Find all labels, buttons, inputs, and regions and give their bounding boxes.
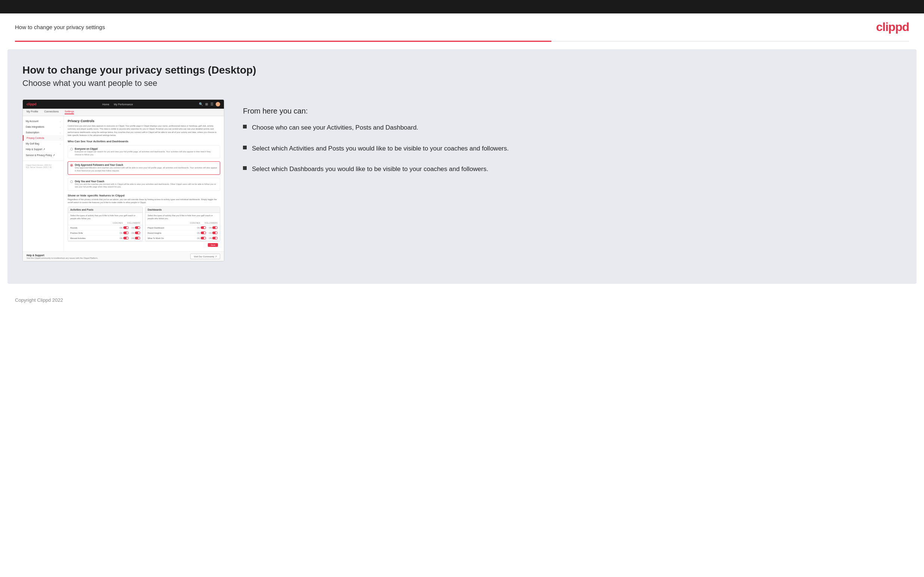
round-insights-followers-toggle: ON: [209, 232, 218, 234]
avatar-icon: [216, 102, 220, 106]
sidebar-subscription: Subscription ›: [23, 130, 63, 135]
bullet-item-2: Select which Activities and Posts you wo…: [243, 144, 901, 153]
rounds-followers-toggle: ON: [132, 226, 141, 229]
mockup-section-title: Privacy Controls: [68, 119, 220, 123]
radio-dot-followers-coach: [70, 164, 73, 166]
activities-posts-header: Activities and Posts: [68, 207, 142, 213]
top-bar: [0, 0, 924, 13]
activities-posts-desc: Select the types of activity that you'd …: [68, 213, 142, 221]
radio-dot-everyone: [70, 148, 73, 150]
sidebar-help-support: Help & Support ↗: [23, 147, 63, 152]
activities-posts-col: Activities and Posts Select the types of…: [68, 206, 143, 242]
chevron-icon: ›: [60, 120, 61, 122]
round-insights-coaches-toggle: ON: [197, 232, 206, 234]
drills-coaches-toggle: ON: [120, 232, 129, 234]
dashboards-subheader: COACHES FOLLOWERS: [145, 221, 220, 225]
info-col: From here you can: Choose who can see yo…: [243, 99, 901, 185]
bullet-item-1: Choose who can see your Activities, Post…: [243, 123, 901, 132]
logo: clippd: [876, 20, 909, 34]
manual-coaches-toggle: ON: [120, 237, 129, 239]
chevron-icon: ›: [60, 126, 61, 128]
page-heading: How to change your privacy settings (Des…: [23, 64, 901, 76]
sidebar-version: Clippd Client Version: 2022.8.2SQL Serve…: [23, 161, 63, 170]
header-title: How to change your privacy settings: [15, 24, 105, 30]
mockup-content-area: Privacy Controls Control how you and you…: [64, 116, 224, 251]
header-divider: [15, 41, 909, 42]
dashboards-desc: Select the types of activity that you'd …: [145, 213, 220, 221]
sidebar-service-privacy: Service & Privacy Policy ↗: [23, 152, 63, 158]
work-on-coaches-toggle: ON: [197, 237, 206, 239]
chevron-icon: ›: [60, 137, 61, 139]
bullet-square-1: [243, 125, 247, 129]
mockup-radio-followers-coach: Only Approved Followers and Your Coach O…: [68, 161, 220, 174]
chevron-icon: ›: [60, 143, 61, 145]
bullet-text-2: Select which Activities and Posts you wo…: [252, 144, 509, 153]
bullet-item-3: Select which Dashboards you would like t…: [243, 164, 901, 174]
mockup-subnav: My Profile Connections Settings: [23, 109, 224, 116]
bullet-text-1: Choose who can see your Activities, Post…: [252, 123, 418, 132]
row-what-to-work-on: What To Work On ON ON: [145, 236, 220, 241]
subnav-connections: Connections: [44, 110, 59, 114]
row-round-insights: Round Insights ON ON: [145, 230, 220, 236]
rounds-coaches-toggle: ON: [120, 226, 129, 229]
mockup-toggle-grid: Activities and Posts Select the types of…: [68, 206, 220, 242]
dashboards-col: Dashboards Select the types of activity …: [145, 206, 220, 242]
screenshot-col: clippd Home My Performance 🔍 ⊞ ☰ My Prof…: [23, 99, 224, 261]
bullet-square-3: [243, 166, 247, 170]
subnav-settings: Settings: [65, 110, 74, 114]
sidebar-my-golf-bag: My Golf Bag ›: [23, 141, 63, 147]
page-subheading: Choose what you want people to see: [23, 79, 901, 88]
dashboards-header: Dashboards: [145, 207, 220, 213]
mockup-save-bar: Save: [68, 241, 220, 248]
work-on-followers-toggle: ON: [209, 237, 218, 239]
mockup-nav-items: Home My Performance: [102, 103, 133, 106]
search-icon: 🔍: [199, 102, 203, 106]
mockup-body: My Account › Data Integrations › Subscri…: [23, 116, 224, 251]
header: How to change your privacy settings clip…: [0, 13, 924, 41]
mockup-nav-home: Home: [102, 103, 110, 106]
mockup-show-hide-desc: Regardless of the privacy controls that …: [68, 198, 220, 204]
sidebar-data-integrations: Data Integrations ›: [23, 124, 63, 130]
mockup-section-desc: Control how you and your data appears to…: [68, 124, 220, 137]
radio-dot-you-coach: [70, 181, 73, 183]
copyright: Copyright Clippd 2022: [15, 297, 63, 303]
mockup-nav-icons: 🔍 ⊞ ☰: [199, 102, 220, 106]
mockup-help-bar: Help & Support Visit the Clippd communit…: [23, 251, 224, 261]
player-dash-followers-toggle: ON: [209, 226, 218, 229]
row-practice-drills: Practice Drills ON ON: [68, 230, 142, 236]
mockup-radio-only-you-coach: Only You and Your Coach Only you and the…: [68, 178, 220, 191]
subnav-profile: My Profile: [27, 110, 38, 114]
mockup-help-desc: Visit the Clippd community to troublesho…: [27, 257, 98, 259]
drills-followers-toggle: ON: [132, 232, 141, 234]
sidebar-privacy-controls: Privacy Controls ›: [23, 135, 63, 141]
chevron-icon: ›: [60, 131, 61, 134]
mockup-help-title: Help & Support: [27, 254, 98, 256]
bullet-list: Choose who can see your Activities, Post…: [243, 123, 901, 174]
mockup-logo: clippd: [27, 102, 37, 106]
mockup: clippd Home My Performance 🔍 ⊞ ☰ My Prof…: [23, 99, 224, 261]
mockup-visit-community-button[interactable]: Visit Our Community ↗: [190, 253, 220, 259]
from-here-label: From here you can:: [243, 107, 901, 115]
menu-icon: ☰: [210, 102, 213, 106]
grid-icon: ⊞: [205, 102, 208, 106]
activities-subheader: COACHES FOLLOWERS: [68, 221, 142, 225]
mockup-who-title: Who Can See Your Activities and Dashboar…: [68, 140, 220, 143]
mockup-navbar: clippd Home My Performance 🔍 ⊞ ☰: [23, 100, 224, 109]
player-dash-coaches-toggle: ON: [197, 226, 206, 229]
main-content: How to change your privacy settings (Des…: [8, 49, 916, 284]
mockup-show-hide-title: Show or hide specific features in Clippd: [68, 194, 220, 197]
footer: Copyright Clippd 2022: [0, 291, 924, 309]
bullet-text-3: Select which Dashboards you would like t…: [252, 164, 488, 174]
mockup-radio-everyone: Everyone on Clippd Everyone on Clippd ca…: [68, 145, 220, 158]
two-col-layout: clippd Home My Performance 🔍 ⊞ ☰ My Prof…: [23, 99, 901, 261]
mockup-nav-performance: My Performance: [114, 103, 133, 106]
sidebar-my-account: My Account ›: [23, 118, 63, 124]
mockup-save-button[interactable]: Save: [208, 243, 218, 247]
row-player-dashboard: Player Dashboard ON ON: [145, 225, 220, 230]
row-rounds: Rounds ON ON: [68, 225, 142, 230]
row-manual-activities: Manual Activities ON ON: [68, 236, 142, 241]
manual-followers-toggle: ON: [132, 237, 141, 239]
bullet-square-2: [243, 146, 247, 149]
mockup-sidebar: My Account › Data Integrations › Subscri…: [23, 116, 64, 251]
